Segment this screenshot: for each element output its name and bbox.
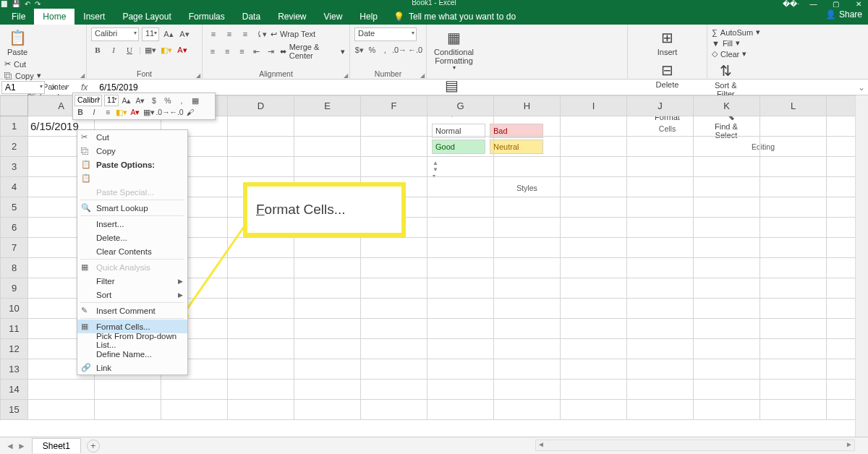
cell[interactable] [361, 116, 427, 137]
underline-button[interactable]: U [123, 43, 136, 56]
row-header[interactable]: 12 [1, 339, 28, 359]
cell[interactable] [294, 238, 361, 258]
mini-format-painter-icon[interactable]: 🖌 [184, 106, 196, 118]
cell[interactable] [627, 339, 694, 359]
cm-define-name[interactable]: Define Name... [77, 347, 187, 361]
close-icon[interactable]: ✕ [850, 0, 867, 7]
cell[interactable] [694, 380, 760, 400]
font-color-button[interactable]: A▾ [176, 43, 189, 56]
cell[interactable] [760, 339, 827, 359]
cell[interactable] [561, 319, 627, 339]
row-header[interactable]: 4 [1, 177, 28, 197]
cm-paste-special[interactable]: Paste Special... [77, 185, 187, 199]
align-left-icon[interactable]: ≡ [207, 45, 218, 58]
cell[interactable] [760, 278, 827, 299]
dialog-launcher-icon[interactable]: ◢ [80, 72, 85, 79]
cell[interactable] [694, 258, 760, 278]
align-right-icon[interactable]: ≡ [236, 45, 247, 58]
cell[interactable] [694, 278, 760, 299]
dialog-launcher-icon[interactable]: ◢ [420, 72, 425, 79]
mini-borders-icon[interactable]: ▦▾ [143, 106, 155, 118]
cell[interactable] [494, 238, 561, 258]
undo-icon[interactable]: ↶ [25, 0, 30, 8]
sheet-nav-next-icon[interactable]: ► [17, 441, 26, 451]
cell[interactable] [694, 116, 760, 137]
cell[interactable] [494, 400, 561, 420]
delete-cells-button[interactable]: ⊟Delete [653, 60, 682, 90]
conditional-formatting-button[interactable]: ▦Conditional Formatting▾ [431, 27, 477, 73]
ribbon-options-icon[interactable]: ��⋅ [783, 0, 799, 7]
cell[interactable] [228, 380, 294, 400]
indent-increase-icon[interactable]: ⇥ [265, 45, 277, 58]
cm-sort[interactable]: Sort▶ [77, 288, 187, 301]
row-header[interactable]: 3 [1, 157, 28, 177]
col-header[interactable]: J [627, 96, 694, 116]
mini-comma-icon[interactable]: , [176, 95, 187, 106]
row-header[interactable]: 14 [1, 380, 28, 400]
cell[interactable] [228, 278, 294, 299]
cell[interactable] [561, 157, 627, 177]
orientation-icon[interactable]: ⤹▾ [255, 27, 268, 40]
cell[interactable] [28, 380, 95, 400]
cell[interactable] [627, 116, 694, 137]
cell[interactable] [494, 278, 561, 299]
cell[interactable] [760, 137, 827, 157]
cell[interactable] [427, 137, 494, 157]
cell[interactable] [627, 157, 694, 177]
expand-formula-bar-icon[interactable]: ⌄ [858, 82, 868, 93]
tab-home[interactable]: Home [34, 9, 75, 25]
cell[interactable] [294, 319, 361, 339]
cell[interactable] [361, 238, 427, 258]
cell[interactable] [361, 157, 427, 177]
dialog-launcher-icon[interactable]: ◢ [196, 72, 200, 79]
maximize-icon[interactable]: ▢ [827, 0, 844, 7]
cm-copy[interactable]: ⿻Copy [77, 144, 187, 158]
cell[interactable] [427, 258, 494, 278]
cell[interactable] [427, 238, 494, 258]
cell[interactable] [228, 258, 294, 278]
cell[interactable] [95, 400, 161, 420]
insert-cells-button[interactable]: ⊞Insert [655, 27, 681, 58]
cell[interactable] [95, 380, 161, 400]
cell[interactable] [427, 278, 494, 299]
accounting-format-icon[interactable]: $▾ [354, 43, 365, 56]
cell[interactable] [494, 380, 561, 400]
mini-border-icon[interactable]: ▦ [190, 95, 201, 106]
decrease-decimal-icon[interactable]: ←.0 [409, 43, 422, 56]
cm-insert-comment[interactable]: ✎Insert Comment [77, 304, 187, 317]
mini-align-icon[interactable]: ≡ [102, 106, 114, 118]
font-size-select[interactable]: 11 [142, 27, 159, 41]
cell[interactable] [228, 359, 294, 380]
cell[interactable] [494, 359, 561, 380]
cell[interactable] [760, 319, 827, 339]
cell[interactable] [627, 359, 694, 380]
cell[interactable] [294, 258, 361, 278]
cell[interactable] [494, 137, 561, 157]
cell[interactable] [361, 400, 427, 420]
cm-link[interactable]: 🔗Link [77, 361, 187, 374]
cell[interactable] [361, 380, 427, 400]
cell[interactable] [427, 116, 494, 137]
tell-me[interactable]: 💡 Tell me what you want to do [386, 9, 523, 25]
cell[interactable] [694, 319, 760, 339]
autosum-button[interactable]: ∑AutoSum ▾ [712, 27, 760, 37]
cm-filter[interactable]: Filter▶ [77, 274, 187, 288]
cell[interactable] [294, 278, 361, 299]
cell[interactable] [760, 359, 827, 380]
col-header[interactable]: F [361, 96, 427, 116]
comma-format-icon[interactable]: , [380, 43, 390, 56]
sheet-nav-prev-icon[interactable]: ◄ [6, 441, 14, 451]
horizontal-scrollbar[interactable] [535, 440, 855, 451]
cell[interactable] [627, 400, 694, 420]
cell[interactable] [627, 137, 694, 157]
cell[interactable] [760, 197, 827, 218]
cell[interactable] [294, 359, 361, 380]
clear-button[interactable]: ◇Clear ▾ [712, 49, 760, 59]
col-header[interactable]: L [760, 96, 827, 116]
cell[interactable] [561, 137, 627, 157]
cm-smart-lookup[interactable]: 🔍Smart Lookup [77, 201, 187, 215]
cell[interactable] [627, 380, 694, 400]
cell[interactable] [294, 380, 361, 400]
cell[interactable] [561, 359, 627, 380]
row-header[interactable]: 8 [1, 258, 28, 278]
